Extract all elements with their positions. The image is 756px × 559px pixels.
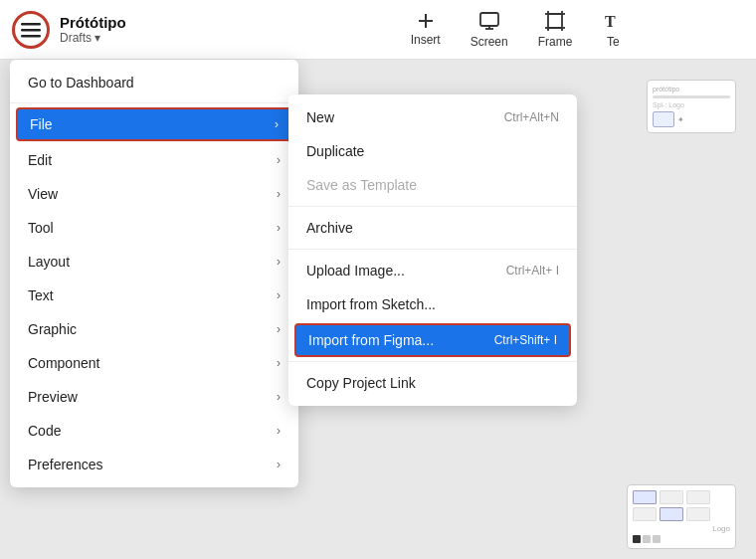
frame-button[interactable]: Frame — [538, 10, 573, 49]
menu-divider — [288, 206, 577, 207]
project-name: Prótótipo — [60, 14, 126, 31]
svg-rect-0 — [21, 23, 41, 26]
toolbar-center: Insert Screen Frame — [279, 10, 756, 49]
file-menu-duplicate[interactable]: Duplicate — [288, 134, 577, 168]
menu-item-component[interactable]: Component › — [10, 346, 298, 380]
menu-item-text[interactable]: Text › — [10, 279, 298, 312]
menu-item-file[interactable]: File › — [16, 107, 292, 141]
file-menu-copy-link[interactable]: Copy Project Link — [288, 366, 577, 400]
dropdown-overlay: Go to Dashboard File › Edit › View › Too… — [0, 60, 756, 559]
file-menu-import-sketch[interactable]: Import from Sketch... — [288, 287, 577, 321]
chevron-right-icon: › — [277, 255, 281, 269]
text-button[interactable]: T Te — [602, 10, 624, 49]
chevron-right-icon: › — [277, 322, 281, 336]
secondary-menu: New Ctrl+Alt+N Duplicate Save as Templat… — [288, 94, 577, 406]
project-sub[interactable]: Drafts ▾ — [60, 31, 126, 45]
file-menu-upload-image[interactable]: Upload Image... Ctrl+Alt+ I — [288, 254, 577, 287]
svg-rect-2 — [21, 35, 41, 38]
chevron-right-icon: › — [277, 390, 281, 404]
chevron-right-icon: › — [277, 288, 281, 302]
menu-item-preferences[interactable]: Preferences › — [10, 448, 298, 481]
file-menu-new[interactable]: New Ctrl+Alt+N — [288, 100, 577, 134]
chevron-right-icon: › — [277, 153, 281, 167]
chevron-right-icon: › — [277, 187, 281, 201]
menu-divider — [288, 249, 577, 250]
menu-item-code[interactable]: Code › — [10, 414, 298, 448]
insert-button[interactable]: Insert — [411, 12, 441, 47]
file-menu-save-template: Save as Template — [288, 168, 577, 202]
menu-item-preview[interactable]: Preview › — [10, 380, 298, 414]
menu-item-dashboard[interactable]: Go to Dashboard — [10, 66, 298, 103]
chevron-right-icon: › — [277, 221, 281, 235]
menu-item-edit[interactable]: Edit › — [10, 143, 298, 177]
hamburger-button[interactable] — [12, 11, 50, 49]
chevron-right-icon: › — [277, 356, 281, 370]
menu-item-view[interactable]: View › — [10, 177, 298, 211]
menu-item-tool[interactable]: Tool › — [10, 211, 298, 245]
file-menu-import-figma[interactable]: Import from Figma... Ctrl+Shift+ I — [294, 323, 571, 357]
chevron-right-icon: › — [277, 424, 281, 438]
chevron-right-icon: › — [277, 458, 281, 471]
menu-item-layout[interactable]: Layout › — [10, 245, 298, 279]
menu-item-graphic[interactable]: Graphic › — [10, 312, 298, 346]
file-menu-archive[interactable]: Archive — [288, 211, 577, 245]
svg-rect-5 — [480, 13, 498, 26]
menu-divider — [288, 361, 577, 362]
primary-menu: Go to Dashboard File › Edit › View › Too… — [10, 60, 298, 487]
toolbar: Prótótipo Drafts ▾ Insert Screen — [0, 0, 756, 60]
project-info: Prótótipo Drafts ▾ — [60, 14, 126, 45]
svg-text:T: T — [605, 13, 616, 30]
toolbar-left: Prótótipo Drafts ▾ — [0, 11, 279, 49]
chevron-right-icon: › — [275, 117, 279, 131]
svg-rect-8 — [548, 14, 562, 28]
screen-button[interactable]: Screen — [471, 10, 508, 49]
svg-rect-1 — [21, 29, 41, 32]
